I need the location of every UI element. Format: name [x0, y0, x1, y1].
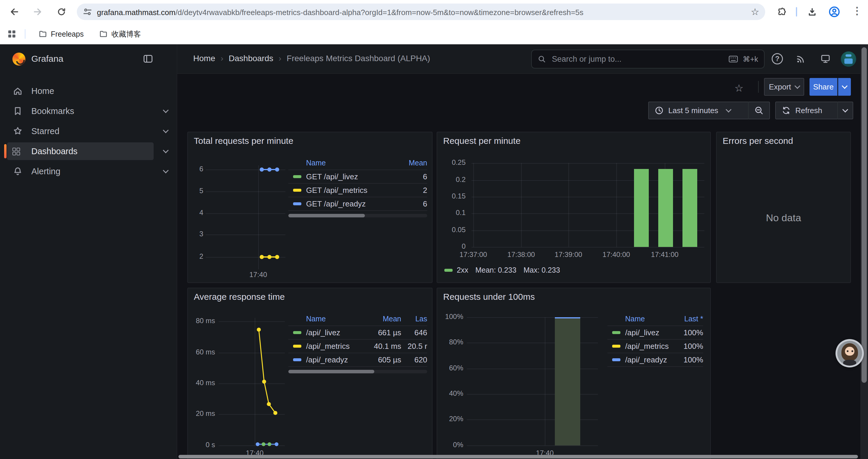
search-input[interactable] — [551, 54, 724, 64]
legend-row[interactable]: GET /api/_readyz 6 — [288, 197, 427, 211]
zoom-out-icon — [754, 106, 764, 115]
legend-item-2xx[interactable]: 2xx — [444, 266, 468, 274]
bookmark-icon — [12, 106, 23, 117]
search-box[interactable]: ⌘+k — [531, 50, 765, 68]
sidebar-item-dashboards[interactable]: Dashboards — [0, 141, 177, 161]
legend-col-mean[interactable]: Mean — [398, 159, 427, 167]
sidebar-item-bookmarks[interactable]: Bookmarks — [0, 101, 177, 121]
vertical-scrollbar-thumb[interactable] — [862, 47, 867, 383]
legend-col-last[interactable]: Las — [401, 315, 427, 323]
search-icon — [538, 55, 546, 63]
sidebar-item-starred[interactable]: Starred — [0, 121, 177, 141]
panel-title[interactable]: Average response time — [194, 292, 285, 302]
share-dropdown-button[interactable] — [838, 78, 851, 96]
legend-col-name[interactable]: Name — [306, 315, 367, 323]
legend-scrollbar[interactable] — [288, 214, 427, 218]
y-tick: 20% — [437, 415, 463, 423]
clock-icon — [655, 106, 663, 115]
export-button[interactable]: Export — [764, 78, 804, 96]
time-range-picker[interactable]: Last 5 minutes — [649, 106, 748, 115]
x-tick: 17:41:00 — [644, 251, 686, 259]
zoom-out-button[interactable] — [749, 106, 769, 115]
grafana-logo[interactable] — [12, 53, 25, 66]
panel-title[interactable]: Requests under 100ms — [443, 292, 535, 302]
folder-icon — [99, 30, 108, 38]
sidebar-item-home[interactable]: Home — [0, 81, 177, 101]
bookmark-star-icon[interactable]: ☆ — [751, 6, 759, 18]
screen-share-icon[interactable] — [820, 54, 831, 64]
area-fill-100pct — [555, 317, 580, 446]
y-tick: 100% — [437, 313, 463, 321]
reload-button[interactable] — [53, 4, 70, 20]
assistant-avatar[interactable] — [836, 339, 864, 367]
legend-row[interactable]: /api/_metrics 100% — [608, 340, 703, 353]
legend-col-mean[interactable]: Mean — [367, 315, 401, 323]
panel-request-per-minute[interactable]: Request per minute 0.25 0.2 0.15 0.1 0.0… — [437, 132, 711, 283]
legend-row[interactable]: /api/_readyz 100% — [608, 353, 703, 367]
legend-col-name[interactable]: Name — [306, 159, 398, 167]
bookmark-folder-freeleaps[interactable]: Freeleaps — [34, 28, 88, 40]
chevron-down-icon[interactable] — [163, 147, 169, 153]
refresh-button[interactable]: Refresh — [776, 106, 837, 115]
legend-row[interactable]: /api/_livez 100% — [608, 326, 703, 340]
legend-row[interactable]: GET /api/_metrics 2 — [288, 184, 427, 197]
legend-row[interactable]: GET /api/_livez 6 — [288, 170, 427, 184]
panel-title[interactable]: Total requests per minute — [194, 136, 293, 146]
back-button[interactable] — [6, 4, 23, 20]
legend-table: Name Mean Las /api/_livez 661 µs 646 /ap… — [288, 312, 427, 367]
brand-title: Grafana — [31, 54, 63, 64]
user-avatar[interactable] — [841, 52, 856, 67]
browser-menu-icon[interactable]: ⋮ — [852, 5, 862, 17]
panel-total-requests[interactable]: Total requests per minute 6 5 4 3 2 17:4… — [187, 132, 433, 283]
grafana-app: Grafana Home Bookmarks Starred Dashboar — [0, 44, 868, 459]
panel-errors-per-second[interactable]: Errors per second No data — [716, 132, 851, 283]
apps-grid-icon[interactable] — [8, 30, 16, 37]
legend-col-last[interactable]: Last * — [673, 315, 703, 323]
panel-title[interactable]: Request per minute — [443, 136, 521, 146]
site-info-icon[interactable] — [83, 7, 92, 17]
bookmark-folder-blogs[interactable]: 收藏博客 — [94, 28, 146, 41]
refresh-icon — [782, 106, 790, 115]
refresh-interval-dropdown[interactable] — [838, 109, 852, 112]
panel-requests-under-100ms[interactable]: Requests under 100ms 100% 80% 60% 40% 20… — [437, 288, 711, 459]
chevron-down-icon[interactable] — [163, 127, 169, 133]
home-icon — [12, 86, 23, 96]
news-rss-icon[interactable] — [796, 54, 806, 64]
browser-profile-icon[interactable] — [829, 6, 840, 18]
bookmarks-bar: Freeleaps 收藏博客 — [0, 24, 868, 44]
chevron-down-icon — [725, 107, 732, 112]
bookmark-label: Freeleaps — [51, 30, 84, 38]
legend-row[interactable]: /api/_metrics 40.1 ms 20.5 r — [288, 340, 427, 353]
favorite-star-icon[interactable]: ☆ — [735, 82, 743, 94]
help-icon[interactable]: ? — [772, 53, 783, 64]
bar-2xx — [658, 169, 673, 247]
address-bar[interactable]: grafana.mathmast.com/d/deytv4rwavabkb/fr… — [77, 4, 765, 20]
panel-avg-response-time[interactable]: Average response time 80 ms 60 ms 40 ms … — [187, 288, 433, 459]
legend-row[interactable]: /api/_readyz 605 µs 620 — [288, 353, 427, 367]
chevron-down-icon[interactable] — [163, 167, 169, 173]
y-tick: 60 ms — [188, 348, 215, 356]
refresh-label: Refresh — [795, 106, 822, 115]
series-color-pill — [293, 345, 301, 348]
series-color-pill — [612, 331, 620, 334]
forward-button[interactable] — [30, 4, 46, 20]
dock-menu-icon[interactable] — [144, 55, 152, 63]
horizontal-scrollbar-thumb[interactable] — [179, 455, 858, 458]
legend-header: Name Mean Las — [288, 312, 427, 326]
breadcrumb-dashboards[interactable]: Dashboards — [229, 54, 273, 63]
panel-title[interactable]: Errors per second — [723, 136, 793, 146]
legend-scrollbar[interactable] — [288, 370, 427, 373]
legend-col-name[interactable]: Name — [625, 315, 673, 323]
breadcrumb-home[interactable]: Home — [193, 54, 215, 63]
keyboard-icon — [728, 56, 738, 63]
sidebar-item-alerting[interactable]: Alerting — [0, 161, 177, 182]
download-icon[interactable] — [807, 7, 817, 17]
legend-row[interactable]: /api/_livez 661 µs 646 — [288, 326, 427, 340]
chevron-down-icon[interactable] — [163, 107, 169, 113]
extensions-icon[interactable] — [777, 7, 787, 17]
series-color-pill — [293, 175, 301, 178]
series-color-pill — [293, 202, 301, 205]
no-data-message: No data — [717, 212, 850, 224]
share-button[interactable]: Share — [809, 78, 837, 96]
forward-arrow-icon — [33, 7, 43, 17]
